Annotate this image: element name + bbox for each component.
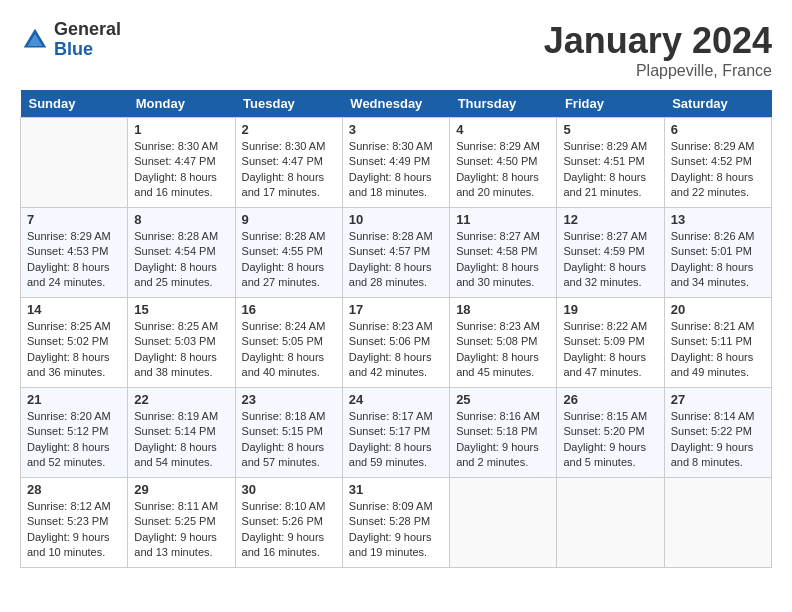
day-info: Sunrise: 8:26 AMSunset: 5:01 PMDaylight:… [671, 229, 765, 291]
calendar-cell: 10Sunrise: 8:28 AMSunset: 4:57 PMDayligh… [342, 208, 449, 298]
calendar-cell [450, 478, 557, 568]
day-number: 9 [242, 212, 336, 227]
day-number: 14 [27, 302, 121, 317]
calendar-cell: 26Sunrise: 8:15 AMSunset: 5:20 PMDayligh… [557, 388, 664, 478]
calendar-cell: 24Sunrise: 8:17 AMSunset: 5:17 PMDayligh… [342, 388, 449, 478]
day-number: 19 [563, 302, 657, 317]
day-number: 13 [671, 212, 765, 227]
day-number: 16 [242, 302, 336, 317]
title-area: January 2024 Plappeville, France [544, 20, 772, 80]
calendar-week-row: 14Sunrise: 8:25 AMSunset: 5:02 PMDayligh… [21, 298, 772, 388]
calendar-cell [21, 118, 128, 208]
calendar-cell: 19Sunrise: 8:22 AMSunset: 5:09 PMDayligh… [557, 298, 664, 388]
calendar-cell: 12Sunrise: 8:27 AMSunset: 4:59 PMDayligh… [557, 208, 664, 298]
column-header-thursday: Thursday [450, 90, 557, 118]
day-number: 7 [27, 212, 121, 227]
calendar-cell: 13Sunrise: 8:26 AMSunset: 5:01 PMDayligh… [664, 208, 771, 298]
day-number: 22 [134, 392, 228, 407]
day-number: 1 [134, 122, 228, 137]
calendar-cell: 17Sunrise: 8:23 AMSunset: 5:06 PMDayligh… [342, 298, 449, 388]
day-info: Sunrise: 8:27 AMSunset: 4:59 PMDaylight:… [563, 229, 657, 291]
day-number: 4 [456, 122, 550, 137]
calendar-cell: 3Sunrise: 8:30 AMSunset: 4:49 PMDaylight… [342, 118, 449, 208]
day-number: 6 [671, 122, 765, 137]
day-info: Sunrise: 8:12 AMSunset: 5:23 PMDaylight:… [27, 499, 121, 561]
header: General Blue January 2024 Plappeville, F… [20, 20, 772, 80]
column-header-friday: Friday [557, 90, 664, 118]
calendar-cell: 28Sunrise: 8:12 AMSunset: 5:23 PMDayligh… [21, 478, 128, 568]
day-info: Sunrise: 8:21 AMSunset: 5:11 PMDaylight:… [671, 319, 765, 381]
logo-icon [20, 25, 50, 55]
calendar-cell: 15Sunrise: 8:25 AMSunset: 5:03 PMDayligh… [128, 298, 235, 388]
day-info: Sunrise: 8:27 AMSunset: 4:58 PMDaylight:… [456, 229, 550, 291]
day-info: Sunrise: 8:10 AMSunset: 5:26 PMDaylight:… [242, 499, 336, 561]
day-number: 8 [134, 212, 228, 227]
calendar-cell: 8Sunrise: 8:28 AMSunset: 4:54 PMDaylight… [128, 208, 235, 298]
day-number: 11 [456, 212, 550, 227]
day-info: Sunrise: 8:25 AMSunset: 5:03 PMDaylight:… [134, 319, 228, 381]
day-number: 18 [456, 302, 550, 317]
calendar-cell: 5Sunrise: 8:29 AMSunset: 4:51 PMDaylight… [557, 118, 664, 208]
day-number: 15 [134, 302, 228, 317]
logo: General Blue [20, 20, 121, 60]
location-title: Plappeville, France [544, 62, 772, 80]
day-number: 24 [349, 392, 443, 407]
day-number: 20 [671, 302, 765, 317]
calendar-cell: 14Sunrise: 8:25 AMSunset: 5:02 PMDayligh… [21, 298, 128, 388]
day-number: 5 [563, 122, 657, 137]
day-info: Sunrise: 8:29 AMSunset: 4:50 PMDaylight:… [456, 139, 550, 201]
calendar-cell: 22Sunrise: 8:19 AMSunset: 5:14 PMDayligh… [128, 388, 235, 478]
day-info: Sunrise: 8:23 AMSunset: 5:06 PMDaylight:… [349, 319, 443, 381]
day-number: 21 [27, 392, 121, 407]
logo-blue-text: Blue [54, 40, 121, 60]
calendar-cell: 29Sunrise: 8:11 AMSunset: 5:25 PMDayligh… [128, 478, 235, 568]
logo-general-text: General [54, 20, 121, 40]
column-header-wednesday: Wednesday [342, 90, 449, 118]
calendar-cell: 21Sunrise: 8:20 AMSunset: 5:12 PMDayligh… [21, 388, 128, 478]
day-number: 26 [563, 392, 657, 407]
day-number: 10 [349, 212, 443, 227]
month-title: January 2024 [544, 20, 772, 62]
day-info: Sunrise: 8:24 AMSunset: 5:05 PMDaylight:… [242, 319, 336, 381]
day-number: 28 [27, 482, 121, 497]
calendar-cell: 4Sunrise: 8:29 AMSunset: 4:50 PMDaylight… [450, 118, 557, 208]
column-header-saturday: Saturday [664, 90, 771, 118]
calendar-table: SundayMondayTuesdayWednesdayThursdayFrid… [20, 90, 772, 568]
day-number: 25 [456, 392, 550, 407]
day-info: Sunrise: 8:29 AMSunset: 4:53 PMDaylight:… [27, 229, 121, 291]
day-info: Sunrise: 8:30 AMSunset: 4:49 PMDaylight:… [349, 139, 443, 201]
calendar-cell: 31Sunrise: 8:09 AMSunset: 5:28 PMDayligh… [342, 478, 449, 568]
day-number: 17 [349, 302, 443, 317]
day-info: Sunrise: 8:17 AMSunset: 5:17 PMDaylight:… [349, 409, 443, 471]
calendar-cell: 27Sunrise: 8:14 AMSunset: 5:22 PMDayligh… [664, 388, 771, 478]
column-header-tuesday: Tuesday [235, 90, 342, 118]
calendar-week-row: 21Sunrise: 8:20 AMSunset: 5:12 PMDayligh… [21, 388, 772, 478]
calendar-cell: 16Sunrise: 8:24 AMSunset: 5:05 PMDayligh… [235, 298, 342, 388]
day-info: Sunrise: 8:30 AMSunset: 4:47 PMDaylight:… [242, 139, 336, 201]
day-info: Sunrise: 8:18 AMSunset: 5:15 PMDaylight:… [242, 409, 336, 471]
calendar-cell: 9Sunrise: 8:28 AMSunset: 4:55 PMDaylight… [235, 208, 342, 298]
day-info: Sunrise: 8:19 AMSunset: 5:14 PMDaylight:… [134, 409, 228, 471]
day-info: Sunrise: 8:28 AMSunset: 4:57 PMDaylight:… [349, 229, 443, 291]
day-info: Sunrise: 8:29 AMSunset: 4:52 PMDaylight:… [671, 139, 765, 201]
day-number: 31 [349, 482, 443, 497]
day-number: 23 [242, 392, 336, 407]
calendar-cell: 18Sunrise: 8:23 AMSunset: 5:08 PMDayligh… [450, 298, 557, 388]
calendar-cell: 1Sunrise: 8:30 AMSunset: 4:47 PMDaylight… [128, 118, 235, 208]
day-info: Sunrise: 8:16 AMSunset: 5:18 PMDaylight:… [456, 409, 550, 471]
day-number: 30 [242, 482, 336, 497]
day-info: Sunrise: 8:23 AMSunset: 5:08 PMDaylight:… [456, 319, 550, 381]
day-info: Sunrise: 8:28 AMSunset: 4:55 PMDaylight:… [242, 229, 336, 291]
day-info: Sunrise: 8:15 AMSunset: 5:20 PMDaylight:… [563, 409, 657, 471]
column-header-monday: Monday [128, 90, 235, 118]
calendar-cell: 30Sunrise: 8:10 AMSunset: 5:26 PMDayligh… [235, 478, 342, 568]
calendar-week-row: 1Sunrise: 8:30 AMSunset: 4:47 PMDaylight… [21, 118, 772, 208]
calendar-cell: 20Sunrise: 8:21 AMSunset: 5:11 PMDayligh… [664, 298, 771, 388]
calendar-cell: 23Sunrise: 8:18 AMSunset: 5:15 PMDayligh… [235, 388, 342, 478]
calendar-cell: 25Sunrise: 8:16 AMSunset: 5:18 PMDayligh… [450, 388, 557, 478]
calendar-cell: 2Sunrise: 8:30 AMSunset: 4:47 PMDaylight… [235, 118, 342, 208]
day-info: Sunrise: 8:11 AMSunset: 5:25 PMDaylight:… [134, 499, 228, 561]
calendar-cell [664, 478, 771, 568]
day-number: 29 [134, 482, 228, 497]
calendar-cell [557, 478, 664, 568]
